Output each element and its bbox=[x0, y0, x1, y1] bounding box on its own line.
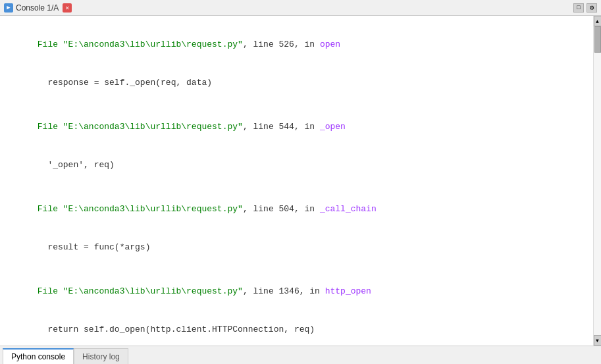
traceback-line-1: File "E:\anconda3\lib\urllib\request.py"… bbox=[7, 25, 587, 64]
console-icon: ▶ bbox=[4, 3, 13, 13]
gear-button[interactable]: ⚙ bbox=[587, 3, 597, 13]
scrollbar-track[interactable] bbox=[594, 26, 601, 335]
maximize-button[interactable]: □ bbox=[573, 3, 584, 13]
title-text: Console 1/A bbox=[16, 3, 59, 13]
console-output[interactable]: File "E:\anconda3\lib\urllib\request.py"… bbox=[0, 16, 593, 346]
code-line-1: response = self._open(req, data) bbox=[7, 64, 587, 103]
traceback-line-4: File "E:\anconda3\lib\urllib\request.py"… bbox=[7, 272, 587, 311]
traceback-line-3: File "E:\anconda3\lib\urllib\request.py"… bbox=[7, 190, 587, 228]
scroll-up-button[interactable]: ▲ bbox=[594, 16, 602, 26]
scrollbar-thumb[interactable] bbox=[594, 26, 601, 53]
code-line-3: result = func(*args) bbox=[7, 228, 587, 267]
scroll-down-button[interactable]: ▼ bbox=[594, 335, 602, 346]
scrollbar[interactable]: ▲ ▼ bbox=[593, 16, 601, 346]
code-line-4: return self.do_open(http.client.HTTPConn… bbox=[7, 311, 587, 346]
tab-history-log[interactable]: History log bbox=[74, 348, 128, 364]
content-area: File "E:\anconda3\lib\urllib\request.py"… bbox=[0, 16, 601, 346]
close-button[interactable]: ✕ bbox=[63, 3, 72, 13]
title-bar: ▶ Console 1/A ✕ □ ⚙ bbox=[0, 0, 601, 16]
tab-python-console[interactable]: Python console bbox=[3, 348, 74, 364]
code-line-2: '_open', req) bbox=[7, 146, 587, 185]
traceback-line-2: File "E:\anconda3\lib\urllib\request.py"… bbox=[7, 107, 587, 146]
tab-bar: Python console History log bbox=[0, 346, 601, 364]
